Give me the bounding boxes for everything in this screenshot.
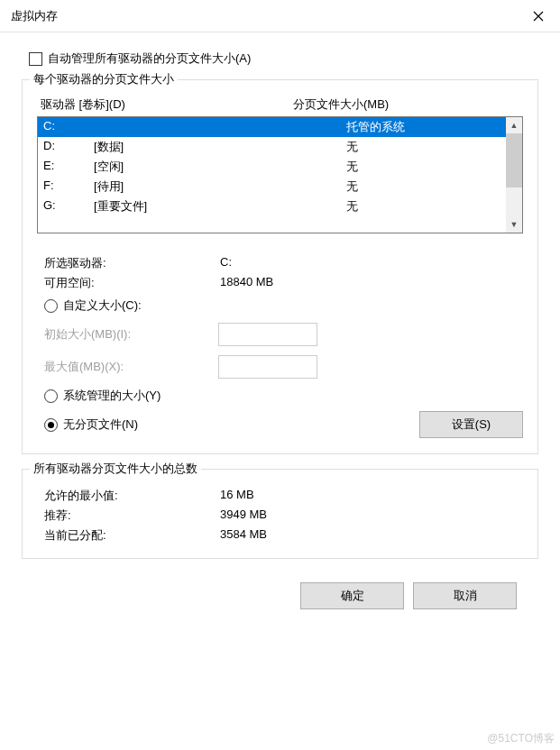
cur-row: 当前已分配: 3584 MB bbox=[37, 526, 523, 545]
scroll-up-arrow-icon[interactable]: ▲ bbox=[506, 117, 522, 133]
drive-letter: C: bbox=[43, 119, 94, 135]
scroll-down-arrow-icon[interactable]: ▼ bbox=[506, 216, 522, 233]
free-space-row: 可用空间: 18840 MB bbox=[37, 273, 523, 293]
max-size-input[interactable] bbox=[218, 355, 317, 379]
window-title: 虚拟内存 bbox=[11, 8, 58, 24]
custom-size-radio[interactable] bbox=[44, 299, 58, 313]
set-button[interactable]: 设置(S) bbox=[419, 411, 523, 438]
ok-button[interactable]: 确定 bbox=[300, 582, 404, 609]
min-value: 16 MB bbox=[220, 488, 516, 504]
watermark: @51CTO博客 bbox=[487, 731, 555, 746]
drive-row[interactable]: E: [空闲] 无 bbox=[38, 157, 506, 177]
drive-pagesize: 无 bbox=[346, 178, 500, 195]
totals-groupbox: 所有驱动器分页文件大小的总数 允许的最小值: 16 MB 推荐: 3949 MB… bbox=[22, 469, 538, 559]
cur-label: 当前已分配: bbox=[44, 527, 220, 544]
selected-drive-row: 所选驱动器: C: bbox=[37, 253, 523, 273]
drive-letter: D: bbox=[43, 139, 94, 155]
drive-letter: E: bbox=[43, 159, 94, 175]
drive-groupbox: 每个驱动器的分页文件大小 驱动器 [卷标](D) 分页文件大小(MB) C: 托… bbox=[22, 79, 538, 454]
scroll-track[interactable] bbox=[506, 188, 522, 216]
auto-manage-label: 自动管理所有驱动器的分页文件大小(A) bbox=[48, 50, 251, 67]
min-label: 允许的最小值: bbox=[44, 488, 220, 504]
cancel-button[interactable]: 取消 bbox=[413, 582, 517, 609]
drive-row[interactable]: D: [数据] 无 bbox=[38, 137, 506, 157]
drive-label bbox=[94, 119, 346, 135]
min-row: 允许的最小值: 16 MB bbox=[37, 486, 523, 506]
totals-title: 所有驱动器分页文件大小的总数 bbox=[30, 461, 201, 477]
system-managed-row: 系统管理的大小(Y) bbox=[37, 383, 523, 408]
scroll-thumb[interactable] bbox=[506, 133, 522, 188]
dialog-content: 自动管理所有驱动器的分页文件大小(A) 每个驱动器的分页文件大小 驱动器 [卷标… bbox=[0, 32, 560, 627]
auto-manage-checkbox[interactable] bbox=[29, 52, 42, 66]
close-icon bbox=[533, 11, 544, 22]
drive-label: [重要文件] bbox=[94, 198, 346, 215]
drive-pagesize: 无 bbox=[346, 198, 500, 215]
titlebar: 虚拟内存 bbox=[0, 0, 560, 32]
drive-rows: C: 托管的系统 D: [数据] 无 E: [空闲] 无 F: [待用] bbox=[38, 117, 506, 233]
col-drive-header: 驱动器 [卷标](D) bbox=[41, 96, 293, 113]
drive-list-headers: 驱动器 [卷标](D) 分页文件大小(MB) bbox=[37, 96, 523, 116]
no-paging-row: 无分页文件(N) 设置(S) bbox=[37, 408, 523, 441]
drive-letter: F: bbox=[43, 178, 94, 195]
col-size-header: 分页文件大小(MB) bbox=[293, 96, 519, 113]
drive-group-title: 每个驱动器的分页文件大小 bbox=[30, 71, 178, 87]
drive-label: [空闲] bbox=[94, 159, 346, 175]
free-space-label: 可用空间: bbox=[44, 275, 220, 291]
drive-row[interactable]: C: 托管的系统 bbox=[38, 117, 506, 137]
system-managed-label: 系统管理的大小(Y) bbox=[63, 388, 161, 404]
drive-pagesize: 无 bbox=[346, 139, 500, 155]
custom-size-row: 自定义大小(C): bbox=[37, 293, 523, 318]
dialog-footer: 确定 取消 bbox=[22, 573, 538, 618]
selected-drive-value: C: bbox=[220, 255, 516, 271]
max-size-row: 最大值(MB)(X): bbox=[37, 351, 523, 383]
rec-row: 推荐: 3949 MB bbox=[37, 506, 523, 526]
initial-size-input[interactable] bbox=[218, 323, 317, 346]
close-button[interactable] bbox=[517, 0, 560, 32]
rec-label: 推荐: bbox=[44, 508, 220, 524]
max-size-label: 最大值(MB)(X): bbox=[44, 359, 211, 375]
drive-letter: G: bbox=[43, 198, 94, 215]
initial-size-row: 初始大小(MB)(I): bbox=[37, 318, 523, 351]
no-paging-label: 无分页文件(N) bbox=[63, 416, 138, 433]
initial-size-label: 初始大小(MB)(I): bbox=[44, 326, 211, 343]
free-space-value: 18840 MB bbox=[220, 275, 516, 291]
no-paging-radio[interactable] bbox=[44, 418, 58, 432]
drive-row[interactable]: G: [重要文件] 无 bbox=[38, 197, 506, 216]
drive-pagesize: 托管的系统 bbox=[346, 119, 500, 135]
custom-size-label: 自定义大小(C): bbox=[63, 297, 142, 314]
system-managed-radio[interactable] bbox=[44, 389, 58, 403]
selected-drive-label: 所选驱动器: bbox=[44, 255, 220, 271]
rec-value: 3949 MB bbox=[220, 508, 516, 524]
auto-manage-row: 自动管理所有驱动器的分页文件大小(A) bbox=[22, 50, 538, 67]
drive-label: [待用] bbox=[94, 178, 346, 195]
drive-row[interactable]: F: [待用] 无 bbox=[38, 177, 506, 197]
cur-value: 3584 MB bbox=[220, 527, 516, 544]
drive-list[interactable]: C: 托管的系统 D: [数据] 无 E: [空闲] 无 F: [待用] bbox=[37, 116, 523, 233]
drive-list-scrollbar[interactable]: ▲ ▼ bbox=[506, 117, 522, 233]
drive-label: [数据] bbox=[94, 139, 346, 155]
drive-pagesize: 无 bbox=[346, 159, 500, 175]
